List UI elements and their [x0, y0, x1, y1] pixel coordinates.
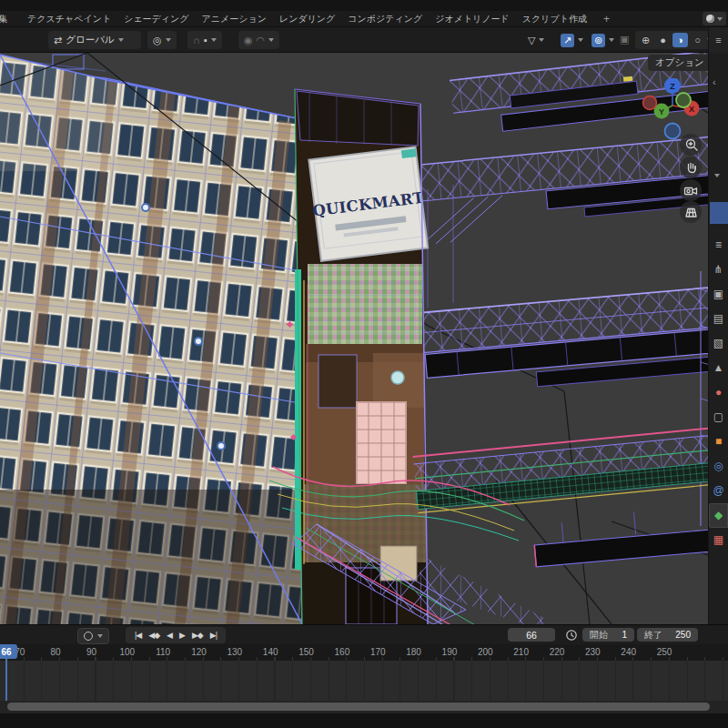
- chevron-down-icon: [211, 38, 217, 42]
- pan-hand-button[interactable]: [680, 157, 702, 178]
- playhead-badge[interactable]: 66: [0, 644, 17, 659]
- properties-tab-render[interactable]: ▣: [709, 282, 728, 307]
- properties-tab-tool-settings[interactable]: ⋔: [709, 258, 728, 282]
- frame-tick: 250: [657, 647, 672, 657]
- workspace-tab[interactable]: スクリプト作成: [522, 13, 587, 25]
- pivot-icon: ◎: [153, 35, 162, 46]
- properties-tab-physics[interactable]: ◎: [709, 454, 728, 479]
- end-label: 終了: [644, 629, 662, 642]
- frame-tick: 100: [119, 647, 135, 657]
- outliner-icon: ≡: [715, 35, 721, 46]
- shading-wireframe-button[interactable]: ⊕: [638, 33, 653, 47]
- clock-disc: [391, 371, 404, 384]
- properties-tab-scene[interactable]: ▲: [709, 356, 728, 380]
- workspace-tab[interactable]: アニメーション: [202, 13, 267, 25]
- workspace-tab[interactable]: シェーディング: [124, 13, 188, 25]
- axis-y-label: Y: [659, 107, 664, 116]
- workspace-tab[interactable]: コンポジティング: [348, 13, 422, 25]
- properties-tab-view-layer[interactable]: ▧: [709, 331, 728, 356]
- playhead-line[interactable]: [5, 659, 7, 701]
- shading-material-button[interactable]: ◑: [672, 33, 688, 47]
- camera-view-button[interactable]: [680, 179, 702, 201]
- play-button[interactable]: ▶: [179, 631, 185, 640]
- properties-tab-active-tool[interactable]: ≡: [709, 233, 728, 258]
- chevron-down-icon: [609, 38, 614, 42]
- frame-end-field[interactable]: 終了 250: [637, 628, 698, 642]
- play-reverse-button[interactable]: ◀: [167, 631, 172, 640]
- options-label: オプション: [655, 56, 704, 69]
- chevron-down-icon: [578, 38, 583, 42]
- zoom-button[interactable]: [680, 134, 702, 156]
- axis-z-label: Z: [670, 82, 675, 91]
- 3d-viewport[interactable]: QUICKMART: [0, 53, 708, 624]
- playback-controls: |◀◀◆◀▶▶◆▶|: [126, 627, 226, 643]
- frame-tick: 170: [370, 647, 386, 657]
- frame-start-field[interactable]: 開始 1: [582, 628, 634, 642]
- xray-toggle-icon[interactable]: ▣: [620, 35, 629, 45]
- auto-keying-controls[interactable]: [77, 628, 109, 644]
- axis-negative-x-ball[interactable]: [643, 96, 657, 110]
- proportional-falloff-icon: ◠: [257, 35, 266, 46]
- record-icon: [84, 632, 93, 641]
- blender-window: 集 テクスチャペイントシェーディングアニメーションレンダリングコンポジティングジ…: [0, 0, 728, 728]
- apartment-building[interactable]: [0, 53, 328, 624]
- properties-tab-material[interactable]: ▦: [709, 528, 728, 552]
- properties-tab-object-data[interactable]: ◆: [709, 503, 728, 528]
- frame-tick: 120: [191, 647, 207, 657]
- frame-tick: 110: [156, 647, 170, 657]
- shading-solid-button[interactable]: ●: [655, 33, 671, 47]
- properties-tab-constraints[interactable]: @: [709, 479, 728, 503]
- axis-navigation-gizmo[interactable]: Z X Y: [639, 78, 712, 144]
- perspective-toggle-button[interactable]: [680, 201, 702, 223]
- properties-tab-object[interactable]: ■: [709, 430, 728, 454]
- axis-negative-z-ball[interactable]: [665, 124, 681, 139]
- orientation-icon: ⇄: [54, 35, 62, 46]
- collapse-arrow-icon[interactable]: ‹: [713, 76, 716, 87]
- timeline-track[interactable]: [0, 661, 728, 701]
- timeline-ruler[interactable]: 7080901001101201301401501601701801902002…: [0, 644, 728, 661]
- scene-selector[interactable]: [703, 12, 726, 25]
- next-keyframe-button[interactable]: ▶◆: [192, 631, 203, 640]
- transform-orientation-dropdown[interactable]: ⇄ グローバル: [48, 31, 141, 49]
- proportional-editing-controls[interactable]: ◉ ◠: [238, 31, 279, 49]
- magnet-icon[interactable]: ∩: [193, 35, 200, 46]
- frame-tick: 130: [227, 647, 242, 657]
- current-frame-field[interactable]: 66: [508, 628, 555, 642]
- outliner-editor-corner[interactable]: ≡: [708, 27, 728, 53]
- shading-rendered-button[interactable]: ○: [690, 33, 705, 47]
- properties-tab-collection[interactable]: ▢: [709, 405, 728, 430]
- pivot-point-dropdown[interactable]: ◎: [147, 31, 177, 49]
- previous-keyframe-button[interactable]: ◀◆: [148, 631, 159, 640]
- horizontal-scrollbar[interactable]: [7, 703, 710, 711]
- workspace-tab[interactable]: ジオメトリノード: [435, 13, 510, 25]
- jump-to-end-button[interactable]: ▶|: [210, 631, 217, 640]
- chevron-down-icon: [539, 38, 544, 42]
- glowing-window: [357, 402, 406, 484]
- snap-controls[interactable]: ∩ ▪: [187, 31, 222, 49]
- frame-tick: 230: [585, 647, 601, 657]
- frame-tick: 140: [263, 647, 278, 657]
- chevron-down-icon[interactable]: [714, 174, 720, 177]
- selected-outliner-row[interactable]: [710, 202, 728, 224]
- properties-rail: ‹ ≡⋔▣▤▧▲●▢■◎@◆▦: [708, 53, 728, 624]
- gizmos-dropdown[interactable]: ↗: [555, 31, 589, 49]
- frame-tick: 240: [621, 647, 636, 657]
- overlays-dropdown[interactable]: ⊚: [586, 31, 620, 49]
- quickmart-billboard[interactable]: QUICKMART: [307, 147, 431, 261]
- jump-to-start-button[interactable]: |◀: [135, 631, 141, 640]
- workspace-tab-partial[interactable]: 集: [0, 13, 7, 25]
- frame-tick: 190: [442, 647, 458, 657]
- axis-negative-y-ball[interactable]: [676, 93, 691, 107]
- viewport-header: ⇄ グローバル ◎ ∩ ▪ ◉ ◠ ▽ ↗ ⊚ ▣: [0, 27, 708, 53]
- viewport-canvas[interactable]: QUICKMART: [0, 53, 708, 624]
- workspace-tab[interactable]: レンダリング: [279, 13, 335, 25]
- proportional-editing-icon[interactable]: ◉: [244, 35, 253, 46]
- add-workspace-button[interactable]: +: [603, 13, 610, 25]
- workspace-tab[interactable]: テクスチャペイント: [27, 13, 111, 25]
- orientation-label: グローバル: [66, 34, 114, 46]
- chevron-down-icon: [118, 38, 124, 42]
- properties-tab-output[interactable]: ▤: [709, 307, 728, 331]
- visibility-dropdown[interactable]: ▽: [522, 31, 550, 49]
- frame-tick: 210: [513, 647, 529, 657]
- properties-tab-world[interactable]: ●: [709, 380, 728, 405]
